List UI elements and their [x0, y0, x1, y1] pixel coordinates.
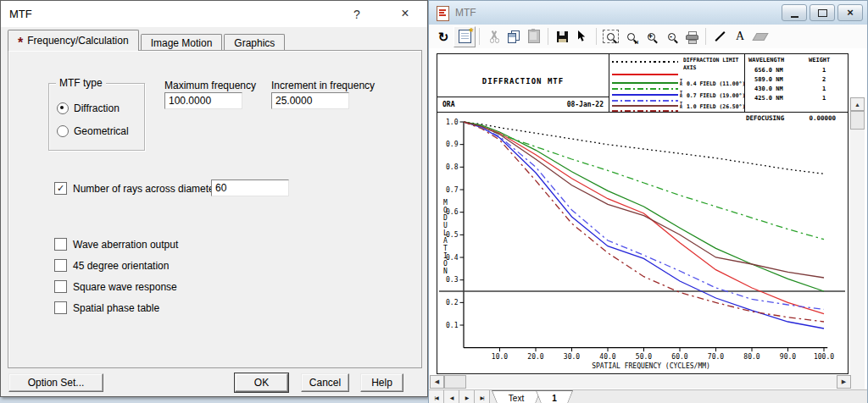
tab-image-motion[interactable]: Image Motion: [141, 34, 223, 51]
vertical-scroll-thumb[interactable]: [850, 111, 865, 130]
deg45-orientation-checkbox[interactable]: 45 degree orientation: [54, 259, 169, 272]
svg-text:20.0: 20.0: [527, 353, 543, 361]
svg-text:10.0: 10.0: [492, 353, 508, 361]
last-sheet-button[interactable]: ▶|: [475, 390, 490, 403]
tab-label: Frequency/Calculation: [27, 35, 128, 47]
line-tool-button[interactable]: [709, 27, 730, 47]
first-sheet-button[interactable]: |◀: [429, 390, 444, 403]
help-button[interactable]: Help: [360, 373, 403, 392]
eraser-tool-button[interactable]: [750, 27, 771, 47]
radio-diffraction[interactable]: Diffraction: [57, 102, 120, 114]
rays-count-input[interactable]: [211, 179, 289, 196]
series-diffraction-limit: [464, 122, 824, 174]
mtf-type-groupbox: MTF type Diffraction Geometrical: [48, 83, 145, 151]
zoom-height-button[interactable]: H: [620, 27, 641, 47]
wave-aberration-checkbox[interactable]: Wave aberration output: [54, 238, 178, 251]
defocusing-value: 0.00000: [809, 114, 836, 122]
zoom-window-icon: [603, 30, 619, 43]
copy-button[interactable]: [504, 27, 524, 47]
vertical-scrollbar[interactable]: ▲ ▼: [850, 97, 865, 403]
document-icon: [437, 6, 449, 21]
square-wave-checkbox[interactable]: Square wave response: [54, 280, 177, 293]
checkbox-icon[interactable]: [54, 238, 67, 251]
radio-button-icon[interactable]: [57, 102, 69, 114]
maximize-icon: [818, 9, 827, 17]
defocusing-row: DEFOCUSING 0.00000: [746, 114, 836, 122]
properties-icon: *: [459, 30, 471, 43]
toolbar-separator: [596, 28, 597, 45]
legend-line-sample: [612, 82, 678, 84]
defocusing-label: DEFOCUSING: [746, 114, 784, 122]
dialog-titlebar[interactable]: MTF ? ×: [1, 1, 427, 27]
sheet-tab-text[interactable]: Text: [492, 390, 541, 403]
mtf-type-group-label: MTF type: [56, 77, 106, 89]
zoom-window-button[interactable]: [600, 27, 620, 47]
update-button[interactable]: ↻: [433, 27, 453, 47]
legend-tr-marker: TR: [680, 91, 682, 97]
legend-tr-marker: TR: [680, 102, 682, 108]
checkbox-icon[interactable]: [54, 259, 67, 272]
legend-tr-marker: TR: [680, 80, 682, 86]
radio-geometrical[interactable]: Geometrical: [57, 125, 129, 137]
svg-text:90.0: 90.0: [780, 353, 796, 361]
spatial-phase-checkbox[interactable]: Spatial phase table: [54, 301, 159, 314]
window-close-button[interactable]: ×: [837, 4, 863, 21]
plot-window-titlebar[interactable]: MTF ×: [429, 1, 867, 25]
cut-button[interactable]: [483, 27, 504, 47]
svg-text:60.0: 60.0: [671, 353, 687, 361]
minimize-button[interactable]: [782, 4, 807, 21]
toolbar-separator: [479, 28, 480, 45]
wavelength-table: WAVELENGTHWEIGHT656.0 NM1589.0 NM2430.0 …: [744, 54, 848, 113]
svg-text:80.0: 80.0: [743, 353, 760, 361]
wavelength-cell: 589.0 NM: [754, 76, 783, 83]
svg-text:D: D: [443, 214, 448, 222]
wavelength-cell: 1: [822, 95, 826, 102]
max-frequency-input[interactable]: [164, 92, 242, 109]
cancel-button[interactable]: Cancel: [301, 373, 349, 392]
incr-frequency-label: Increment in frequency: [271, 80, 375, 91]
close-icon[interactable]: ×: [395, 4, 415, 23]
horizontal-scroll-thumb[interactable]: [444, 375, 466, 389]
copy-icon: [508, 30, 520, 42]
tab-frequency-calculation[interactable]: * Frequency/Calculation: [8, 30, 139, 51]
help-icon[interactable]: ?: [348, 6, 366, 23]
zoom-out-button[interactable]: [661, 27, 682, 47]
prev-sheet-button[interactable]: ◀: [444, 390, 459, 403]
text-tool-button[interactable]: A: [730, 27, 750, 47]
cut-icon: [488, 30, 499, 42]
tab-graphics[interactable]: Graphics: [224, 34, 285, 51]
pointer-button[interactable]: [572, 27, 593, 47]
svg-text:0.5: 0.5: [446, 231, 459, 239]
scroll-up-button[interactable]: ▲: [850, 97, 865, 111]
maximize-button[interactable]: [810, 4, 835, 21]
ok-button[interactable]: OK: [235, 373, 288, 392]
radio-button-icon[interactable]: [57, 125, 69, 137]
paste-button[interactable]: [524, 27, 544, 47]
save-button[interactable]: [552, 27, 572, 47]
legend-label: 1.0 FIELD (26.50°): [687, 103, 745, 110]
wavelength-cell: 656.0 NM: [754, 67, 783, 74]
scroll-right-button[interactable]: ▶: [837, 375, 851, 389]
checkbox-icon[interactable]: [54, 301, 67, 314]
checkbox-icon[interactable]: [54, 280, 67, 293]
incr-frequency-input[interactable]: [271, 92, 349, 109]
svg-text:0.8: 0.8: [446, 163, 459, 171]
plot-content: DIFFRACTION MTF ORA 08-Jan-22 DIFFRACTIO…: [429, 48, 867, 374]
scroll-left-button[interactable]: ◀: [430, 375, 444, 389]
checkbox-checked-icon[interactable]: ✓: [54, 182, 67, 195]
svg-text:I: I: [443, 252, 448, 260]
properties-button[interactable]: *: [453, 26, 476, 47]
legend-line-sample: [612, 105, 678, 107]
rays-checkbox-row[interactable]: ✓ Number of rays across diameter: [54, 182, 218, 195]
sheet-tab-1[interactable]: 1: [536, 390, 573, 403]
option-set-button[interactable]: Option Set...: [8, 373, 103, 392]
legend-label: 0.7 FIELD (19.00°): [687, 92, 745, 99]
print-button[interactable]: [682, 27, 702, 47]
mtf-dialog: MTF ? × * Frequency/Calculation Image Mo…: [0, 0, 428, 397]
next-sheet-button[interactable]: ▶: [459, 390, 475, 403]
wavelength-cell: WEIGHT: [809, 57, 830, 63]
tab-page-frequency-calculation: MTF type Diffraction Geometrical Maximum…: [8, 50, 422, 368]
zoom-in-button[interactable]: [641, 27, 661, 47]
horizontal-scrollbar[interactable]: ◀ ▶: [430, 375, 851, 389]
svg-text:N: N: [443, 268, 448, 275]
